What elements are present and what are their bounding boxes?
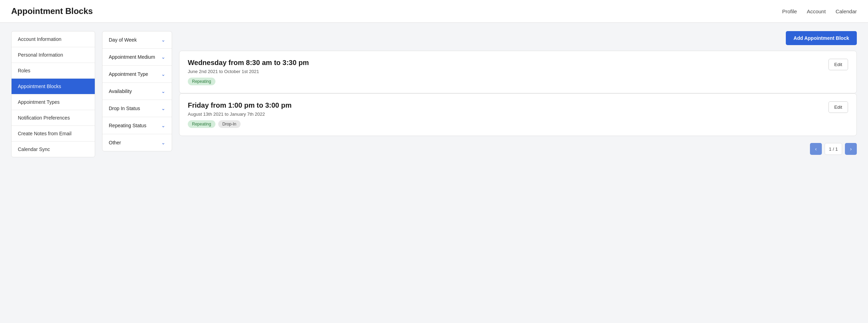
badge-repeating: Repeating: [188, 120, 215, 128]
card-title: Friday from 1:00 pm to 3:00 pm: [188, 101, 823, 109]
filter-label: Appointment Type: [109, 71, 148, 77]
pagination: ‹ 1 / 1 ›: [179, 143, 857, 155]
filter-item-other[interactable]: Other⌄: [102, 134, 172, 151]
sidebar-item-calendar-sync[interactable]: Calendar Sync: [12, 142, 95, 157]
edit-appointment-button[interactable]: Edit: [828, 59, 848, 70]
top-header: Appointment Blocks Profile Account Calen…: [0, 0, 868, 23]
sidebar-item-create-notes-from-email[interactable]: Create Notes from Email: [12, 126, 95, 142]
filter-label: Day of Week: [109, 37, 137, 43]
sidebar-item-appointment-types[interactable]: Appointment Types: [12, 94, 95, 110]
chevron-down-icon: ⌄: [161, 37, 165, 43]
card-title: Wednesday from 8:30 am to 3:30 pm: [188, 59, 823, 67]
card-badges: Repeating: [188, 78, 823, 85]
chevron-down-icon: ⌄: [161, 54, 165, 60]
add-appointment-block-button[interactable]: Add Appointment Block: [786, 31, 857, 45]
sidebar-item-notification-preferences[interactable]: Notification Preferences: [12, 110, 95, 126]
chevron-down-icon: ⌄: [161, 123, 165, 128]
content-header: Add Appointment Block: [179, 31, 857, 45]
nav-account[interactable]: Account: [807, 8, 826, 14]
main-layout: Account InformationPersonal InformationR…: [0, 23, 868, 323]
card-date: August 13th 2021 to January 7th 2022: [188, 112, 823, 117]
content-area: Add Appointment Block Wednesday from 8:3…: [179, 31, 857, 315]
chevron-down-icon: ⌄: [161, 140, 165, 145]
filter-item-day-of-week[interactable]: Day of Week⌄: [102, 31, 172, 49]
filter-panel: Day of Week⌄Appointment Medium⌄Appointme…: [102, 31, 172, 151]
sidebar-item-appointment-blocks[interactable]: Appointment Blocks: [12, 79, 95, 94]
page-title: Appointment Blocks: [11, 6, 93, 16]
edit-appointment-button[interactable]: Edit: [828, 101, 848, 113]
appointment-card: Friday from 1:00 pm to 3:00 pmAugust 13t…: [179, 93, 857, 136]
pagination-prev-button[interactable]: ‹: [810, 143, 822, 155]
sidebar-item-personal-information[interactable]: Personal Information: [12, 47, 95, 63]
filter-item-appointment-medium[interactable]: Appointment Medium⌄: [102, 49, 172, 66]
sidebar-item-roles[interactable]: Roles: [12, 63, 95, 79]
filter-item-repeating-status[interactable]: Repeating Status⌄: [102, 117, 172, 134]
chevron-down-icon: ⌄: [161, 106, 165, 111]
pagination-indicator: 1 / 1: [825, 143, 842, 155]
filter-label: Other: [109, 140, 121, 145]
appointment-card: Wednesday from 8:30 am to 3:30 pmJune 2n…: [179, 51, 857, 93]
appointments-list: Wednesday from 8:30 am to 3:30 pmJune 2n…: [179, 51, 857, 136]
pagination-next-button[interactable]: ›: [845, 143, 857, 155]
badge-dropin: Drop-In: [218, 120, 241, 128]
filter-item-drop-in-status[interactable]: Drop In Status⌄: [102, 100, 172, 117]
nav-profile[interactable]: Profile: [782, 8, 797, 14]
sidebar-item-account-information[interactable]: Account Information: [12, 31, 95, 47]
filter-item-availability[interactable]: Availability⌄: [102, 83, 172, 100]
filter-item-appointment-type[interactable]: Appointment Type⌄: [102, 66, 172, 83]
filter-label: Drop In Status: [109, 106, 140, 111]
card-date: June 2nd 2021 to October 1st 2021: [188, 69, 823, 74]
card-info: Wednesday from 8:30 am to 3:30 pmJune 2n…: [188, 59, 823, 85]
card-info: Friday from 1:00 pm to 3:00 pmAugust 13t…: [188, 101, 823, 128]
badge-repeating: Repeating: [188, 78, 215, 85]
chevron-down-icon: ⌄: [161, 88, 165, 94]
nav-calendar[interactable]: Calendar: [835, 8, 857, 14]
chevron-down-icon: ⌄: [161, 71, 165, 77]
card-badges: RepeatingDrop-In: [188, 120, 823, 128]
sidebar: Account InformationPersonal InformationR…: [11, 31, 95, 157]
filter-label: Repeating Status: [109, 123, 146, 128]
filter-label: Availability: [109, 88, 132, 94]
filter-label: Appointment Medium: [109, 54, 155, 60]
top-nav: Profile Account Calendar: [782, 8, 857, 14]
